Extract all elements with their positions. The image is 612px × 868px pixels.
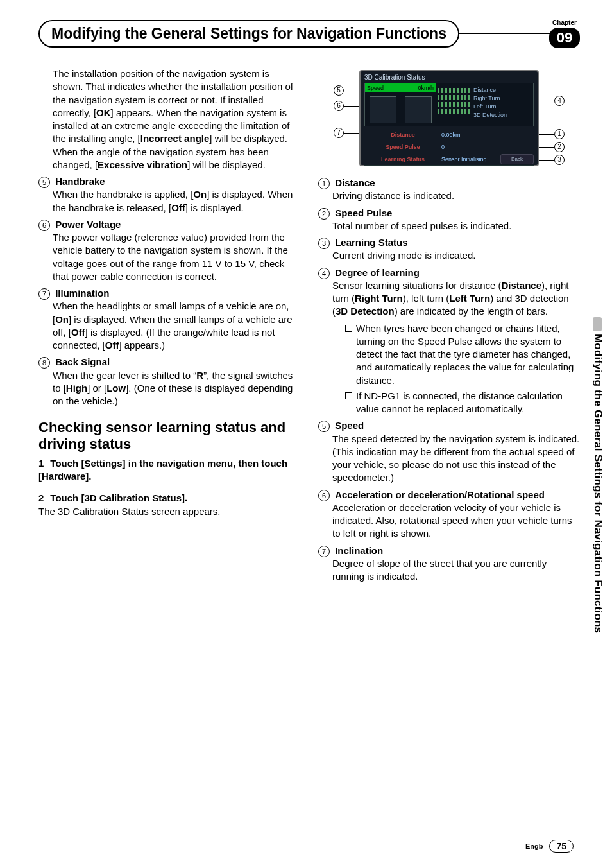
learning-bars — [436, 83, 473, 126]
r-item-4-head: 4 Degree of learning — [318, 266, 580, 279]
circled-6-icon: 6 — [38, 220, 50, 231]
r-item-4-body: Sensor learning situations for distance … — [318, 279, 580, 318]
circled-5-icon: 5 — [38, 177, 50, 188]
item-7-head: 7 Illumination — [38, 287, 300, 300]
r-item-3-body: Current driving mode is indicated. — [318, 249, 580, 262]
square-bullet-icon — [345, 392, 352, 399]
page: Modifying the General Settings for Navig… — [0, 0, 612, 868]
screen-upper-panel: Speed0km/h Distance Right Turn Left Turn… — [364, 83, 534, 126]
circled-1-icon: 1 — [318, 178, 330, 189]
right-column: 3D Calibration Status Speed0km/h Distanc… — [318, 67, 580, 587]
r-item-1-body: Driving distance is indicated. — [318, 189, 580, 202]
circled-6-icon: 6 — [318, 490, 330, 501]
side-tab-marker — [593, 317, 602, 331]
circled-8-icon: 8 — [38, 357, 50, 369]
circled-3-icon: 3 — [318, 238, 330, 249]
callout-3: 3 — [539, 155, 565, 165]
back-button[interactable]: Back — [500, 154, 534, 164]
callout-4: 4 — [539, 96, 565, 106]
r-item-6-head: 6 Acceleration or deceleration/Rotationa… — [318, 489, 580, 501]
left-column: The installation position of the navigat… — [38, 67, 300, 587]
r-item-2-head: 2 Speed Pulse — [318, 207, 580, 220]
item-6-head: 6 Power Voltage — [38, 218, 300, 231]
circled-4-icon: 4 — [318, 268, 330, 279]
r-item-7-body: Degree of slope of the street that you a… — [318, 557, 580, 584]
r-item-2-body: Total number of speed pulses is indicate… — [318, 220, 580, 232]
r-item-5-head: 5 Speed — [318, 419, 580, 432]
item-8-body: When the gear lever is shifted to “R”, t… — [38, 369, 300, 408]
r-item-3-head: 3 Learning Status — [318, 236, 580, 249]
item-8-head: 8 Back Signal — [38, 356, 300, 369]
callout-6: 6 — [334, 101, 359, 111]
content-columns: The installation position of the navigat… — [38, 67, 580, 587]
callout-2: 2 — [539, 142, 565, 152]
r-item-6-body: Acceleration or deceleration velocity of… — [318, 501, 580, 541]
chapter-label: Chapter — [552, 19, 577, 26]
circled-5-icon: 5 — [318, 421, 330, 432]
callout-7: 7 — [334, 128, 359, 138]
gauge-icon — [405, 96, 432, 123]
circled-2-icon: 2 — [318, 208, 330, 220]
intro-paragraph: The installation position of the navigat… — [38, 67, 300, 171]
r-item-5-body: The speed detected by the navigation sys… — [318, 433, 580, 485]
item-6-body: The power voltage (reference value) prov… — [38, 231, 300, 283]
step-2: 2Touch [3D Calibration Status]. — [38, 492, 300, 505]
side-tab: Modifying the General Settings for Navig… — [589, 334, 604, 655]
footer-lang: Engb — [525, 842, 543, 850]
step-1: 1Touch [Settings] in the navigation menu… — [38, 457, 300, 483]
square-bullet-icon — [345, 325, 352, 332]
screen-title: 3D Calibration Status — [361, 71, 538, 83]
item-7-body: When the headlights or small lamps of a … — [38, 300, 300, 352]
screen-rows: Distance0.00km Speed Pulse0 Learning Sta… — [364, 129, 534, 161]
chapter-indicator: Chapter 09 — [549, 19, 580, 48]
header-rule — [458, 33, 550, 34]
page-number: 75 — [549, 840, 574, 853]
item-5-head: 5 Handbrake — [38, 175, 300, 188]
circled-7-icon: 7 — [38, 288, 50, 300]
learning-labels: Distance Right Turn Left Turn 3D Detecti… — [473, 83, 533, 126]
circled-7-icon: 7 — [318, 546, 330, 557]
item-5-body: When the handbrake is applied, [On] is d… — [38, 188, 300, 214]
speed-gauge-panel: Speed0km/h — [365, 83, 436, 126]
callout-5: 5 — [334, 85, 359, 96]
section-heading: Checking sensor learning status and driv… — [38, 419, 300, 452]
r-item-1-head: 1 Distance — [318, 177, 580, 189]
calibration-screenshot: 3D Calibration Status Speed0km/h Distanc… — [334, 67, 565, 170]
page-title: Modifying the General Settings for Navig… — [38, 20, 459, 48]
r-item-4-subs: When tyres have been changed or chains f… — [318, 322, 580, 416]
r-item-7-head: 7 Inclination — [318, 544, 580, 557]
page-footer: Engb 75 — [525, 840, 574, 853]
device-screen: 3D Calibration Status Speed0km/h Distanc… — [359, 70, 539, 166]
callout-1: 1 — [539, 129, 565, 139]
chapter-number: 09 — [549, 28, 580, 48]
step-2-body: The 3D Calibration Status screen appears… — [38, 505, 300, 518]
page-header: Modifying the General Settings for Navig… — [38, 19, 580, 48]
gauge-icon — [370, 96, 396, 123]
